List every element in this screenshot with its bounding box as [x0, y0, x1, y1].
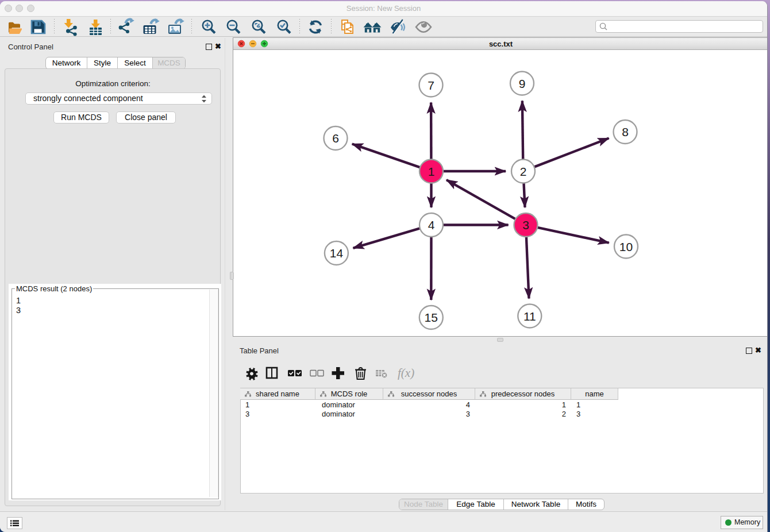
- svg-text:11: 11: [523, 310, 536, 323]
- svg-text:15: 15: [425, 311, 438, 324]
- svg-text:2: 2: [520, 165, 527, 178]
- svg-text:1: 1: [428, 165, 435, 178]
- svg-text:9: 9: [519, 77, 526, 90]
- svg-text:7: 7: [428, 79, 434, 92]
- svg-text:f(x): f(x): [398, 367, 414, 380]
- svg-text:3: 3: [522, 218, 529, 232]
- svg-text:14: 14: [330, 246, 344, 260]
- svg-text:6: 6: [332, 132, 339, 145]
- svg-text:4: 4: [428, 218, 435, 232]
- svg-text:10: 10: [619, 240, 633, 253]
- svg-text:8: 8: [622, 125, 629, 138]
